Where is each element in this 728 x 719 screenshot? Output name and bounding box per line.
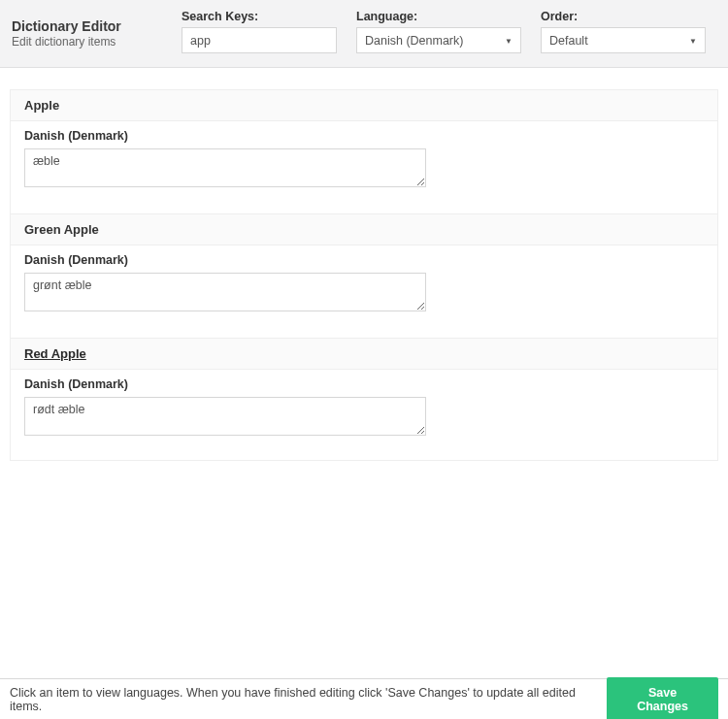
page-title: Dictionary Editor (12, 17, 162, 35)
dict-item-body: Danish (Denmark) (11, 121, 717, 214)
header-bar: Dictionary Editor Edit dictionary items … (0, 0, 728, 68)
dict-value-input[interactable] (24, 273, 426, 311)
page-subtitle: Edit dictionary items (12, 35, 162, 50)
dict-item-header[interactable]: Green Apple (11, 214, 717, 245)
dictionary-list: Apple Danish (Denmark) Green Apple Danis… (10, 89, 718, 461)
search-input[interactable] (182, 27, 337, 53)
footer-bar: Click an item to view languages. When yo… (0, 678, 728, 719)
dict-item-language: Danish (Denmark) (24, 377, 704, 391)
language-selected: Danish (Denmark) (365, 34, 463, 48)
filter-order: Order: Default (541, 10, 706, 53)
dict-item-body: Danish (Denmark) (11, 370, 717, 460)
content-area: Apple Danish (Denmark) Green Apple Danis… (0, 68, 728, 461)
save-button[interactable]: Save Changes (607, 677, 718, 720)
title-block: Dictionary Editor Edit dictionary items (12, 10, 162, 50)
footer-hint: Click an item to view languages. When yo… (10, 686, 607, 713)
dict-item-body: Danish (Denmark) (11, 245, 717, 339)
dict-item-header[interactable]: Red Apple (11, 339, 717, 370)
order-select[interactable]: Default (541, 27, 706, 53)
order-selected: Default (549, 34, 588, 48)
search-label: Search Keys: (182, 10, 337, 23)
dict-item-header[interactable]: Apple (11, 90, 717, 121)
order-label: Order: (541, 10, 706, 23)
filter-language: Language: Danish (Denmark) (356, 10, 521, 53)
dict-item-language: Danish (Denmark) (24, 253, 704, 267)
language-select[interactable]: Danish (Denmark) (356, 27, 521, 53)
filter-search: Search Keys: (182, 10, 337, 53)
language-label: Language: (356, 10, 521, 23)
dict-item-language: Danish (Denmark) (24, 129, 704, 143)
dict-value-input[interactable] (24, 397, 426, 436)
dict-value-input[interactable] (24, 148, 426, 187)
